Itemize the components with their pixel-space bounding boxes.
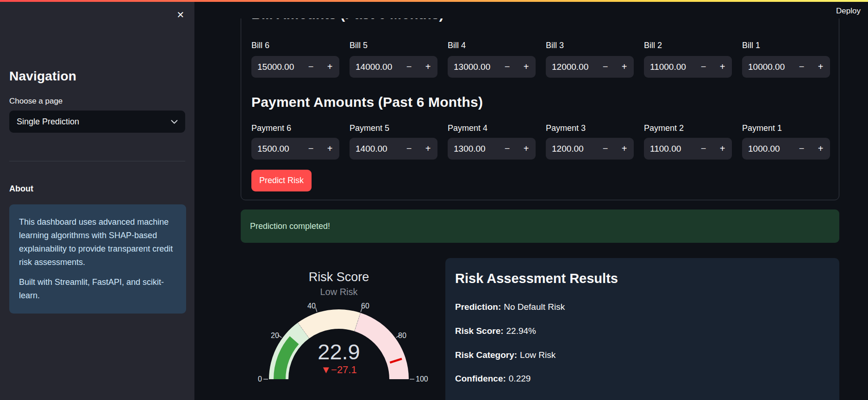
bill-column: Bill 2 [644, 41, 732, 50]
bill-5-value[interactable]: 14000.00 [350, 56, 400, 78]
payment-2-decrement-button[interactable]: − [694, 138, 713, 160]
predict-risk-button[interactable]: Predict Risk [251, 170, 312, 191]
gauge-step-high [355, 313, 409, 379]
bill-4-input[interactable]: 13000.00−+ [448, 56, 536, 78]
payment-3-value[interactable]: 1200.00 [546, 138, 596, 160]
bill-2-value[interactable]: 11000.00 [644, 56, 694, 78]
payment-2-increment-button[interactable]: + [713, 138, 732, 160]
choose-page-label: Choose a page [9, 97, 62, 106]
payment-1-input[interactable]: 1000.00−+ [742, 138, 830, 160]
payment-4-increment-button[interactable]: + [517, 138, 536, 160]
result-risk-category: Risk Category:Low Risk [455, 350, 556, 360]
bill-1-increment-button[interactable]: + [811, 56, 830, 78]
sidebar-nav-title: Navigation [9, 69, 76, 84]
result-confidence-label: Confidence: [455, 374, 506, 383]
bill-3-value[interactable]: 12000.00 [546, 56, 596, 78]
bill-6-value[interactable]: 15000.00 [251, 56, 301, 78]
bill-column: Bill 4 [448, 41, 536, 50]
bill-4-decrement-button[interactable]: − [498, 56, 517, 78]
payment-5-label: Payment 5 [350, 123, 437, 133]
bill-5-input[interactable]: 14000.00−+ [350, 56, 437, 78]
payment-5-value[interactable]: 1400.00 [350, 138, 400, 160]
payment-column: Payment 1 [742, 123, 830, 133]
payment-column: Payment 4 [448, 123, 536, 133]
payment-1-increment-button[interactable]: + [811, 138, 830, 160]
bill-column: Bill 3 [546, 41, 634, 50]
bill-5-increment-button[interactable]: + [418, 56, 437, 78]
bill-6-input[interactable]: 15000.00−+ [251, 56, 339, 78]
payment-1-decrement-button[interactable]: − [792, 138, 811, 160]
payment-3-decrement-button[interactable]: − [596, 138, 615, 160]
bill-1-value[interactable]: 10000.00 [742, 56, 792, 78]
payment-4-input[interactable]: 1300.00−+ [448, 138, 536, 160]
app-root: Bill Amounts (Past 6 Months) Bill 6 Bill… [0, 0, 868, 400]
payment-3-input[interactable]: 1200.00−+ [546, 138, 634, 160]
payment-5-input[interactable]: 1400.00−+ [350, 138, 437, 160]
payment-6-decrement-button[interactable]: − [301, 138, 320, 160]
bill-column: Bill 6 [251, 41, 339, 50]
about-info-box: This dashboard uses advanced machine lea… [9, 204, 186, 314]
bill-6-decrement-button[interactable]: − [301, 56, 320, 78]
payment-4-label: Payment 4 [448, 123, 536, 133]
gauge-tick-label-40: 40 [307, 302, 316, 310]
bill-6-label: Bill 6 [251, 41, 339, 50]
payment-6-value[interactable]: 1500.00 [251, 138, 301, 160]
payment-6-input[interactable]: 1500.00−+ [251, 138, 339, 160]
success-alert-message: Prediction completed! [250, 222, 330, 231]
result-risk-score-value: 22.94% [506, 326, 536, 336]
bill-1-input[interactable]: 10000.00−+ [742, 56, 830, 78]
bill-2-input[interactable]: 11000.00−+ [644, 56, 732, 78]
sidebar-close-icon[interactable]: ✕ [174, 8, 187, 21]
payment-4-value[interactable]: 1300.00 [448, 138, 498, 160]
bill-4-label: Bill 4 [448, 41, 536, 50]
gauge-step-medium [298, 309, 360, 338]
payment-column: Payment 6 [251, 123, 339, 133]
page-selectbox-value[interactable]: Single Prediction [17, 117, 171, 127]
payment-3-increment-button[interactable]: + [615, 138, 634, 160]
payment-6-increment-button[interactable]: + [320, 138, 339, 160]
bill-4-value[interactable]: 13000.00 [448, 56, 498, 78]
result-confidence-value: 0.229 [509, 374, 531, 383]
payment-column: Payment 3 [546, 123, 634, 133]
bill-3-increment-button[interactable]: + [615, 56, 634, 78]
page-selectbox[interactable]: Single Prediction [9, 111, 185, 133]
payment-1-value[interactable]: 1000.00 [742, 138, 792, 160]
app-header: Deploy [194, 0, 868, 18]
bill-2-decrement-button[interactable]: − [694, 56, 713, 78]
result-risk-score: Risk Score:22.94% [455, 326, 536, 336]
about-paragraph-1: This dashboard uses advanced machine lea… [19, 215, 176, 269]
gauge-tick-label-100: 100 [416, 375, 428, 383]
payment-5-decrement-button[interactable]: − [400, 138, 418, 160]
bill-6-increment-button[interactable]: + [320, 56, 339, 78]
gauge-tick-label-80: 80 [398, 332, 406, 339]
bill-3-decrement-button[interactable]: − [596, 56, 615, 78]
bill-5-decrement-button[interactable]: − [400, 56, 418, 78]
gauge-tick-label-20: 20 [271, 332, 279, 339]
payment-4-decrement-button[interactable]: − [498, 138, 517, 160]
result-confidence: Confidence:0.229 [455, 374, 531, 384]
gauge-tick-label-0: 0 [258, 375, 262, 383]
gauge-tick-40 [316, 308, 317, 312]
sidebar-divider [9, 161, 185, 161]
about-heading: About [9, 184, 33, 194]
deploy-button[interactable]: Deploy [836, 6, 861, 16]
risk-gauge: 0 20 40 60 80 100 22.9 ▼−27.1 [241, 250, 440, 400]
success-alert: Prediction completed! [241, 209, 839, 243]
bill-2-increment-button[interactable]: + [713, 56, 732, 78]
gauge-tick-label-60: 60 [361, 302, 369, 310]
risk-results-title: Risk Assessment Results [455, 271, 618, 286]
result-prediction: Prediction:No Default Risk [455, 302, 565, 312]
payment-5-increment-button[interactable]: + [418, 138, 437, 160]
bill-column: Bill 5 [350, 41, 437, 50]
payment-1-label: Payment 1 [742, 123, 830, 133]
decoration-stripe [0, 0, 868, 2]
bill-4-increment-button[interactable]: + [517, 56, 536, 78]
bill-1-decrement-button[interactable]: − [792, 56, 811, 78]
bill-3-input[interactable]: 12000.00−+ [546, 56, 634, 78]
about-paragraph-2: Built with Streamlit, FastAPI, and sciki… [19, 276, 176, 302]
bill-5-label: Bill 5 [350, 41, 437, 50]
payment-6-label: Payment 6 [251, 123, 339, 133]
payment-2-input[interactable]: 1100.00−+ [644, 138, 732, 160]
payment-2-value[interactable]: 1100.00 [644, 138, 694, 160]
result-prediction-value: No Default Risk [504, 302, 565, 312]
